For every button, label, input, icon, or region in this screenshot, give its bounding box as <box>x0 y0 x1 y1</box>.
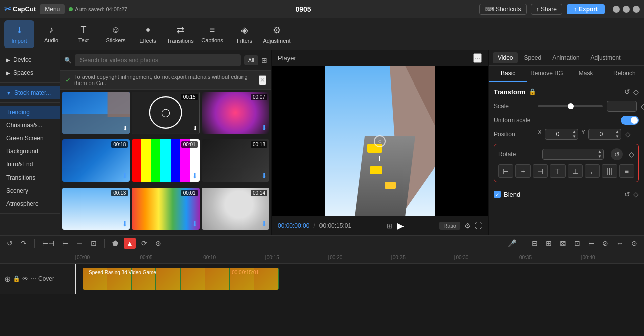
position-keyframe-button[interactable]: ◇ <box>625 130 631 138</box>
sidebar-item-spaces[interactable]: ▶ Spaces <box>0 66 60 79</box>
shortcuts-button[interactable]: ⌨ Shortcuts <box>479 4 527 15</box>
y-input[interactable] <box>589 129 614 139</box>
align-bottom-button[interactable]: ⌞ <box>585 164 600 178</box>
ratio-button[interactable]: Ratio <box>439 222 460 230</box>
flip-button[interactable]: ⟳ <box>139 238 150 249</box>
rotate-up-button[interactable]: ▲ <box>596 149 603 154</box>
tool-audio[interactable]: ♪ Audio <box>36 20 66 48</box>
tl-btn-2[interactable]: ⊞ <box>543 238 554 249</box>
media-item[interactable]: 00:01 ⬇ <box>132 139 199 182</box>
media-item[interactable]: 00:18 ⬇ <box>202 139 269 182</box>
tab-adjustment[interactable]: Adjustment <box>586 52 626 63</box>
sidebar-item-intro-end[interactable]: Intro&End <box>0 158 60 171</box>
rotate-down-button[interactable]: ▼ <box>596 154 603 159</box>
scale-slider[interactable] <box>538 105 603 107</box>
tool-captions[interactable]: ≡ Captions <box>197 20 227 48</box>
align-center-h-button[interactable]: + <box>515 164 530 178</box>
track-add-button[interactable]: ⊕ <box>4 274 11 284</box>
reset-transform-button[interactable]: ↺ <box>624 88 630 96</box>
settings-icon[interactable]: ⚙ <box>464 222 471 230</box>
split-button[interactable]: ⊢⊣ <box>40 238 57 249</box>
trim-end-button[interactable]: ⊣ <box>74 238 85 249</box>
search-input[interactable] <box>75 54 241 66</box>
prop-tab-basic[interactable]: Basic <box>489 66 527 82</box>
all-filter-button[interactable]: All <box>244 55 258 65</box>
active-tool-button[interactable]: ▲ <box>124 238 136 249</box>
x-input[interactable] <box>545 129 571 139</box>
mic-button[interactable]: 🎤 <box>505 238 519 249</box>
export-button[interactable]: ↑ Export <box>567 4 605 14</box>
y-down-button[interactable]: ▼ <box>614 134 621 139</box>
distribute-v-button[interactable]: ≡ <box>619 164 634 178</box>
zoom-fit-button[interactable]: ⊙ <box>629 238 640 249</box>
prop-tab-retouch[interactable]: Retouch <box>605 66 644 82</box>
share-button[interactable]: ↑ Share <box>531 4 562 15</box>
fullscreen-button[interactable]: ⛶ <box>475 222 482 230</box>
minimize-button[interactable] <box>613 6 620 13</box>
sidebar-item-transitions[interactable]: Transitions <box>0 171 60 184</box>
close-button[interactable] <box>633 6 640 13</box>
blend-checkbox[interactable]: ✓ <box>494 191 501 198</box>
sidebar-item-green-screen[interactable]: Green Screen <box>0 132 60 145</box>
keyframe-button[interactable]: ⊛ <box>153 238 164 249</box>
track-lock-button[interactable]: 🔒 <box>13 275 20 282</box>
tl-btn-1[interactable]: ⊟ <box>529 238 540 249</box>
x-down-button[interactable]: ▼ <box>571 134 578 139</box>
menu-button[interactable]: Menu <box>40 4 65 14</box>
media-item[interactable]: 00:01 ⬇ <box>132 188 199 230</box>
reset-blend-button[interactable]: ↺ <box>624 190 630 198</box>
keyframe-blend-button[interactable]: ◇ <box>633 190 639 198</box>
tab-speed[interactable]: Speed <box>519 52 546 63</box>
track-cover-button[interactable]: Cover <box>38 275 54 282</box>
sidebar-item-atmosphere[interactable]: Atmosphere <box>0 197 60 210</box>
tl-btn-4[interactable]: ⊡ <box>572 238 583 249</box>
x-up-button[interactable]: ▲ <box>571 129 578 134</box>
trim-start-button[interactable]: ⊢ <box>60 238 71 249</box>
media-item[interactable]: ◯ 00:15 ⬇ <box>132 92 199 134</box>
sidebar-item-stock[interactable]: ▼ Stock mater... <box>0 86 60 99</box>
freeze-button[interactable]: ⬟ <box>110 238 121 249</box>
grid-view-button[interactable]: ⊞ <box>387 222 393 230</box>
maximize-button[interactable] <box>623 6 630 13</box>
media-item[interactable]: 00:13 ⬇ <box>62 188 130 230</box>
sidebar-item-device[interactable]: ▶ Device <box>0 53 60 66</box>
align-center-v-button[interactable]: ⊥ <box>568 164 583 178</box>
tool-filters[interactable]: ◈ Filters <box>229 20 260 48</box>
play-button[interactable]: ▶ <box>397 220 404 231</box>
tl-btn-6[interactable]: ⊘ <box>600 238 611 249</box>
sidebar-item-trending[interactable]: Trending <box>0 106 60 119</box>
scale-keyframe-button[interactable]: ◇ <box>641 102 644 110</box>
tl-btn-5[interactable]: ⊢ <box>586 238 597 249</box>
tool-stickers[interactable]: ☺ Stickers <box>101 20 131 48</box>
rotate-reset-button[interactable]: ↺ <box>611 148 623 160</box>
distribute-h-button[interactable]: ||| <box>602 164 617 178</box>
tool-text[interactable]: T Text <box>68 20 99 48</box>
y-up-button[interactable]: ▲ <box>614 129 621 134</box>
tl-btn-7[interactable]: ↔ <box>614 238 626 249</box>
keyframe-transform-button[interactable]: ◇ <box>633 88 639 96</box>
player-more-button[interactable]: ⋯ <box>473 53 482 63</box>
delete-button[interactable]: ⊡ <box>88 238 99 249</box>
sidebar-item-christmas[interactable]: Christmas&... <box>0 119 60 132</box>
prop-tab-mask[interactable]: Mask <box>567 66 605 82</box>
tool-effects[interactable]: ✦ Effects <box>133 20 163 48</box>
video-track-clip[interactable]: Speed Rasing 3d Video Game 00:00:15:01 <box>83 268 279 290</box>
undo-button[interactable]: ↺ <box>4 238 15 249</box>
track-more-button[interactable]: ⋯ <box>30 275 36 282</box>
rotate-keyframe-button[interactable]: ◇ <box>629 150 634 158</box>
sidebar-item-background[interactable]: Background <box>0 145 60 158</box>
align-top-button[interactable]: ⊤ <box>550 164 565 178</box>
tool-adjustment[interactable]: ⚙ Adjustment <box>262 20 292 48</box>
media-item[interactable]: 00:14 ⬇ <box>202 188 269 230</box>
tab-animation[interactable]: Animation <box>547 52 584 63</box>
prop-tab-remove-bg[interactable]: Remove BG <box>527 66 566 82</box>
align-left-button[interactable]: ⊢ <box>498 164 513 178</box>
tool-transitions[interactable]: ⇄ Transitions <box>165 20 195 48</box>
track-visible-button[interactable]: 👁 <box>22 275 28 282</box>
media-item[interactable]: ⬇ <box>62 92 130 134</box>
tab-video[interactable]: Video <box>493 52 518 63</box>
scale-value[interactable]: 100% <box>607 101 637 112</box>
tl-btn-3[interactable]: ⊠ <box>557 238 569 249</box>
uniform-scale-toggle[interactable] <box>621 116 639 125</box>
sidebar-item-scenery[interactable]: Scenery <box>0 184 60 197</box>
